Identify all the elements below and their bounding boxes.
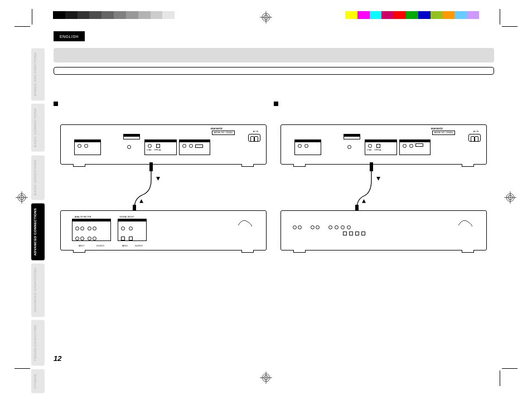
crop-mark (14, 26, 30, 27)
digital-title: DIGITAL IN/OUT (119, 216, 134, 218)
input-label: INPUT (122, 245, 128, 247)
bullet-icon (274, 102, 278, 106)
connection-diagram-right: marantz MODEL NO. CD5004 AC IN COAX. OPT… (280, 124, 487, 251)
crop-mark (14, 368, 30, 369)
device-foot (73, 250, 85, 253)
arrow-down-icon: ▾ (376, 174, 380, 182)
optical-label: OPTICAL (154, 150, 161, 151)
remote-out-jack (189, 144, 193, 148)
arrow-down-icon: ▾ (156, 174, 160, 182)
digital-audio-out-group: COAX. OPTICAL (365, 139, 397, 155)
input-label: INPUT (79, 245, 85, 247)
crop-mark (500, 9, 500, 25)
av-receiver-rear (280, 210, 487, 251)
jack-pair (292, 222, 302, 232)
arrow-up-icon: ▴ (362, 196, 366, 205)
page-number: 12 (54, 354, 61, 363)
digital-audio-out-group: COAX. OPTICAL (144, 139, 177, 155)
rca-jack-icon (84, 144, 88, 148)
subsection-bar (54, 67, 494, 75)
connection-diagram-left: marantz MODEL NO. CD5004 AC IN (60, 124, 267, 251)
cable-loop-icon (457, 216, 474, 228)
cable-plug-icon (370, 162, 373, 171)
tab-advanced-operations: ADVANCED OPERATIONS (31, 263, 45, 317)
section-title-bar (54, 48, 494, 62)
device-foot (241, 250, 254, 253)
tab-basic-connections: BASIC CONNECTIONS (31, 104, 45, 152)
flasher-in-group (123, 134, 140, 139)
flasher-jack (347, 142, 352, 152)
ac-in-label: AC IN (253, 131, 258, 133)
registration-mark (260, 372, 272, 384)
registration-mark (260, 11, 272, 23)
optical-jack-icon (121, 237, 125, 240)
optical-row (342, 231, 366, 236)
ac-inlet-icon (468, 134, 481, 142)
coax-jack-icon (129, 227, 133, 230)
page-frame: ENGLISH NAMES AND FUNCTIONS BASIC CONNEC… (32, 27, 500, 368)
brand-logo: marantz (211, 127, 223, 130)
flasher-jack (127, 142, 132, 152)
tab-advanced-connections: ADVANCED CONNECTIONS (31, 204, 45, 261)
device-foot (462, 250, 474, 253)
crop-mark (500, 370, 500, 386)
tab-troubleshooting: TROUBLESHOOTING (31, 320, 45, 366)
jack-pair (310, 222, 320, 232)
greyscale-bar (53, 11, 187, 19)
cd-player-rear: marantz MODEL NO. CD5004 AC IN COAX. OPT… (280, 124, 487, 165)
analog-output-group (74, 139, 101, 155)
ac-in-label: AC IN (473, 131, 478, 133)
coax-label: COAX. (147, 150, 152, 151)
remote-in-jack (182, 144, 186, 148)
tab-others: OTHERS (31, 369, 45, 393)
device-foot (462, 164, 474, 167)
brand-logo: marantz (431, 127, 443, 130)
output-label: OUTPUT (96, 245, 104, 247)
color-bar (345, 11, 479, 19)
analog-rec-title: ANALOG REC/P.B. (75, 216, 91, 218)
crop-mark (502, 368, 518, 369)
coax-jack-icon (121, 227, 125, 230)
optical-jack-icon (129, 237, 133, 240)
digital-in-out-group: DIGITAL IN/OUT INPUT OUTPUT (118, 219, 147, 241)
registration-mark (504, 191, 516, 204)
jack-row (328, 225, 351, 230)
crop-mark (32, 9, 32, 25)
device-foot (293, 250, 306, 253)
analog-rec-pb-group: ANALOG REC/P.B. INPUT OUTPUT (72, 219, 111, 241)
model-label: MODEL NO. CD5004 (212, 131, 235, 135)
recorder-rear: ANALOG REC/P.B. INPUT OUTPUT DIGITAL IN/… (60, 210, 267, 251)
bullet-icon (54, 102, 58, 106)
crop-mark (502, 26, 518, 27)
device-foot (73, 164, 85, 167)
analog-output-group (294, 139, 321, 155)
cd-player-rear: marantz MODEL NO. CD5004 AC IN (60, 124, 267, 165)
output-label: OUTPUT (135, 245, 143, 247)
registration-mark (16, 191, 28, 204)
ext-int-switch (195, 144, 203, 148)
rca-jack-icon (78, 144, 81, 148)
ac-inlet-icon (248, 134, 260, 142)
cable-plug-icon (149, 162, 153, 171)
device-foot (293, 164, 306, 167)
language-tab: ENGLISH (54, 31, 85, 41)
optical-jack-icon (156, 144, 160, 148)
tab-names-functions: NAMES AND FUNCTIONS (31, 48, 45, 100)
device-foot (241, 164, 254, 167)
remote-control-group (179, 139, 210, 155)
remote-control-group (399, 139, 431, 155)
arrow-up-icon: ▴ (139, 196, 143, 205)
cable-loop-icon (237, 216, 254, 228)
flasher-in-group (344, 134, 360, 139)
tab-basic-operations: BASIC OPERATIONS (31, 155, 45, 200)
model-label: MODEL NO. CD5004 (432, 131, 455, 135)
coax-jack-icon (148, 144, 152, 148)
section-tabs: NAMES AND FUNCTIONS BASIC CONNECTIONS BA… (31, 48, 45, 393)
